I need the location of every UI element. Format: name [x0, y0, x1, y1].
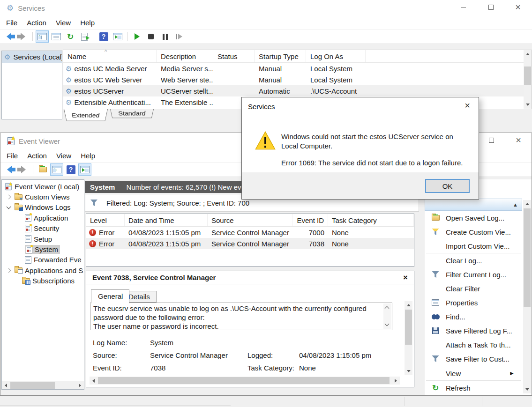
action-import-custom-view[interactable]: Import Custom Vie... [425, 239, 522, 253]
scroll-down-icon[interactable] [405, 367, 412, 375]
action-attach-task[interactable]: Attach a Task To th... [425, 338, 522, 352]
close-button[interactable]: × [506, 133, 531, 148]
scrollbar-thumb[interactable] [98, 377, 390, 384]
chevron-down-icon[interactable] [7, 204, 11, 209]
tree-item-setup[interactable]: Setup [2, 234, 84, 244]
tree-item-event-viewer-local[interactable]: Event Viewer (Local) [2, 181, 84, 192]
scroll-up-icon[interactable] [524, 50, 532, 58]
action-find[interactable]: Find... [425, 310, 522, 324]
chevron-right-icon[interactable] [7, 195, 11, 200]
back-button[interactable] [3, 163, 16, 176]
event-row[interactable]: !Error 04/08/2023 1:15:05 pm Service Con… [86, 227, 414, 238]
minimize-button[interactable] [451, 0, 475, 15]
column-header-source[interactable]: Source [208, 214, 292, 226]
show-console-tree-button[interactable] [50, 163, 63, 176]
column-header-status[interactable]: Status [213, 50, 255, 62]
action-open-saved-log[interactable]: Open Saved Log... [425, 211, 522, 225]
service-row[interactable]: ⚙estos UC Media Server Media Server s...… [63, 63, 532, 74]
tree-item-application[interactable]: Application [2, 213, 84, 223]
refresh-button[interactable]: ↻ [64, 30, 77, 43]
action-refresh[interactable]: ↻Refresh [425, 381, 522, 395]
scroll-up-icon[interactable] [385, 306, 390, 311]
chevron-right-icon[interactable] [7, 268, 11, 273]
help-button[interactable]: ? [64, 163, 77, 176]
action-clear-filter[interactable]: Clear Filter [425, 281, 522, 296]
action-save-filtered-log[interactable]: Save Filtered Log F... [425, 324, 522, 338]
pause-service-button[interactable] [158, 30, 172, 43]
close-button[interactable]: × [506, 0, 530, 15]
service-row[interactable]: ⚙estos UC Web Server Web Server ste... M… [63, 74, 532, 85]
tab-extended[interactable]: Extended [64, 109, 108, 121]
scroll-down-icon[interactable] [523, 385, 531, 393]
vertical-scrollbar[interactable] [524, 50, 532, 109]
event-row-selected[interactable]: !Error 04/08/2023 1:15:05 pm Service Con… [86, 238, 414, 249]
details-horizontal-scrollbar[interactable] [90, 377, 400, 385]
column-header-event-id[interactable]: Event ID [292, 214, 328, 226]
action-filter-current-log[interactable]: Filter Current Log... [425, 267, 522, 281]
menu-help[interactable]: Help [76, 152, 100, 160]
menu-action[interactable]: Action [22, 152, 52, 160]
scroll-left-icon[interactable] [90, 377, 97, 385]
maximize-button[interactable] [479, 133, 503, 148]
action-create-custom-view[interactable]: Create Custom Vie... [425, 225, 522, 239]
column-header-log-on-as[interactable]: Log On As [306, 50, 366, 62]
column-header-name[interactable]: Name^ [63, 50, 157, 62]
forward-button[interactable] [16, 30, 30, 43]
scroll-up-icon[interactable] [523, 200, 531, 208]
action-view[interactable]: View► [425, 366, 522, 380]
scroll-up-icon[interactable] [405, 301, 412, 309]
tree-item-windows-logs[interactable]: Windows Logs [2, 202, 84, 213]
actions-vertical-scrollbar[interactable] [523, 200, 531, 393]
stop-service-button[interactable] [144, 30, 157, 43]
open-saved-log-button[interactable] [36, 163, 49, 176]
scroll-down-icon[interactable] [524, 101, 532, 109]
close-details-icon[interactable]: × [403, 273, 408, 282]
menu-view[interactable]: View [51, 19, 75, 27]
collapse-icon[interactable]: ▲ [513, 202, 518, 207]
scope-item-services-local[interactable]: ⚙ Services (Local) [2, 51, 62, 63]
details-vertical-scrollbar[interactable] [405, 301, 412, 375]
scroll-right-icon[interactable] [392, 377, 400, 385]
description-scrollbar[interactable] [383, 303, 391, 329]
scrollbar-thumb[interactable] [405, 310, 412, 345]
show-console-tree-button[interactable] [36, 30, 49, 43]
scroll-right-icon[interactable] [76, 381, 84, 389]
service-row-selected[interactable]: ⚙estos UCServer UCServer stellt... Autom… [63, 85, 532, 96]
start-service-button[interactable] [130, 30, 143, 43]
scroll-down-icon[interactable] [385, 322, 390, 326]
ok-button[interactable]: OK [425, 179, 470, 193]
menu-help[interactable]: Help [75, 19, 99, 27]
back-button[interactable] [2, 30, 15, 43]
dialog-close-button[interactable]: × [460, 100, 475, 111]
menu-file[interactable]: File [2, 152, 22, 160]
horizontal-scrollbar[interactable] [2, 381, 84, 389]
tab-general[interactable]: General [91, 289, 129, 303]
action-save-filter-to-custom-view[interactable]: Save Filter to Cust... [425, 352, 522, 366]
action-properties[interactable]: Properties [425, 296, 522, 310]
maximize-button[interactable] [479, 0, 503, 15]
tree-item-custom-views[interactable]: Custom Views [2, 192, 84, 202]
menu-view[interactable]: View [52, 152, 76, 160]
tree-item-subscriptions[interactable]: Subscriptions [2, 276, 84, 286]
show-action-pane-button[interactable] [111, 30, 124, 43]
export-list-button[interactable] [78, 30, 91, 43]
column-header-task-category[interactable]: Task Category [328, 214, 414, 226]
menu-action[interactable]: Action [22, 19, 51, 27]
help-button[interactable]: ? [97, 30, 110, 43]
tree-item-system-selected[interactable]: System [2, 244, 84, 254]
column-header-date-time[interactable]: Date and Time [125, 214, 208, 226]
tab-standard[interactable]: Standard [110, 109, 154, 118]
tree-item-applications-and-services[interactable]: Applications and S [2, 265, 84, 275]
tree-item-forwarded-events[interactable]: Forwarded Eve [2, 255, 84, 265]
scrollbar-thumb[interactable] [10, 382, 55, 389]
menu-file[interactable]: File [1, 19, 22, 27]
show-action-pane-button[interactable] [78, 163, 91, 176]
tree-item-security[interactable]: Security [2, 223, 84, 234]
scrollbar-thumb[interactable] [524, 208, 531, 307]
column-header-level[interactable]: Level [86, 214, 125, 226]
restart-service-button[interactable] [172, 30, 186, 43]
action-clear-log[interactable]: Clear Log... [425, 253, 522, 267]
column-header-description[interactable]: Description [157, 50, 213, 62]
forward-button[interactable] [17, 163, 30, 176]
scrollbar-thumb[interactable] [524, 67, 531, 85]
